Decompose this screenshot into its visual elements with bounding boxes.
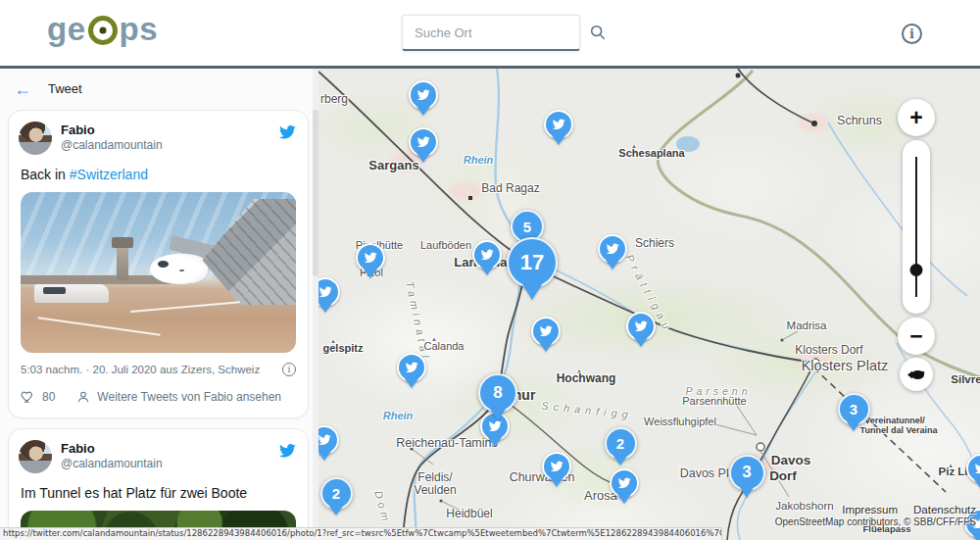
author-handle: @calandamountain: [61, 457, 268, 471]
tweet-text: Im Tunnel es hat Platz für zwei Boote: [21, 484, 296, 502]
zoom-out-button[interactable]: −: [898, 318, 935, 355]
tweet-map-pin[interactable]: [318, 277, 340, 313]
map-place-label: rberg: [320, 93, 348, 105]
station-dot: [736, 74, 741, 78]
search-icon[interactable]: [589, 24, 607, 41]
photo-airplane: [150, 254, 208, 284]
map-place-label: Laufböden: [420, 240, 471, 251]
twitter-bird-icon[interactable]: [276, 442, 298, 460]
zoom-slider[interactable]: [903, 140, 930, 314]
back-arrow-icon[interactable]: ←: [14, 80, 31, 98]
avatar[interactable]: [19, 440, 52, 473]
zoom-slider-knob[interactable]: [910, 264, 923, 276]
tweet-text: Back in #Switzerland: [21, 166, 296, 183]
tweet-map-pin[interactable]: [544, 110, 573, 145]
pin-tail: [522, 284, 542, 300]
scrollbar-thumb[interactable]: [313, 110, 318, 276]
impressum-link[interactable]: Impressum: [842, 504, 898, 515]
logo-text-post: ps: [120, 13, 159, 45]
app-root: geps i ← Tweet Fabio @calandamountain: [0, 0, 980, 540]
map-place-label: Madrisa: [787, 320, 827, 332]
pin-tail: [416, 153, 430, 163]
twitter-bird-icon: [551, 118, 566, 131]
tweet-meta: 5:03 nachm. · 20. Juli 2020 aus Zizers, …: [21, 363, 296, 376]
twitter-bird-icon: [549, 460, 564, 473]
person-icon: [76, 390, 90, 404]
info-button[interactable]: i: [902, 24, 922, 44]
pin-tail: [613, 456, 627, 466]
map-attribution: OpenStreetMap contributors, © SBB/CFF/FF…: [775, 516, 976, 527]
photo-engine: [179, 270, 184, 271]
tweet-map-pin[interactable]: [531, 317, 561, 352]
like-count: 80: [42, 390, 55, 404]
tweet-map-pin[interactable]: [966, 454, 980, 489]
tweet-author: Fabio @calandamountain: [61, 122, 268, 153]
twitter-bird-icon: [404, 361, 419, 374]
tweet-cluster-pin[interactable]: 2: [605, 427, 637, 466]
tweet-map-pin[interactable]: [397, 353, 426, 388]
tweet-cluster-pin[interactable]: 3: [729, 455, 765, 498]
map-place-label: Schesaplana: [618, 148, 684, 159]
map-place-label: Feldis/: [417, 471, 452, 483]
tweet-map-pin[interactable]: [598, 234, 627, 270]
twitter-bird-icon: [479, 248, 495, 262]
photo-lane-marking: [37, 317, 160, 336]
tweet-cluster-pin[interactable]: 8: [478, 373, 517, 420]
tweet-map-pin[interactable]: [610, 468, 639, 504]
avatar[interactable]: [19, 122, 52, 155]
tweet-cluster-pin[interactable]: 2: [320, 477, 353, 515]
twitter-bird-icon: [363, 251, 378, 265]
map-footer: Impressum Datenschutz OpenStreetMap cont…: [775, 504, 976, 527]
map-place-label: Parsennhütte: [682, 396, 746, 407]
tweet-card: Fabio @calandamountain Back in #Switzerl…: [8, 110, 309, 418]
tweet-map-pin[interactable]: [318, 425, 339, 461]
heart-icon[interactable]: [21, 389, 35, 404]
map-place-label: Klosters Dorf: [795, 344, 862, 356]
pin-tail: [606, 260, 619, 270]
station-bad-ragaz: [468, 196, 472, 200]
tweet-map-pin[interactable]: [409, 80, 438, 116]
zoom-in-button[interactable]: +: [898, 99, 935, 136]
twitter-bird-icon: [973, 462, 980, 475]
tweet-author: Fabio @calandamountain: [61, 440, 268, 471]
twitter-bird-icon: [616, 476, 632, 490]
pin-tail: [847, 421, 860, 431]
search-input[interactable]: [413, 25, 589, 41]
twitter-bird-icon: [416, 135, 431, 149]
twitter-bird-icon[interactable]: [276, 123, 298, 141]
logo-text-pre: ge: [47, 13, 86, 45]
more-tweets-link[interactable]: Weitere Tweets von Fabio ansehen: [97, 390, 281, 404]
tweet-photo-airport[interactable]: [21, 192, 296, 353]
datenschutz-link[interactable]: Datenschutz: [913, 504, 976, 515]
tweet-map-pin[interactable]: [409, 127, 438, 163]
photo-control-tower: [117, 242, 127, 280]
map-place-label: Schiers: [635, 237, 674, 249]
sidebar-scrollbar[interactable]: [313, 69, 318, 540]
tweet-map-pin[interactable]: [626, 312, 656, 347]
tweet-cluster-pin[interactable]: 17: [507, 237, 558, 300]
pin-tail: [405, 378, 418, 388]
map[interactable]: rbergSargansRheinBad Ragaz▲SchesaplanaSc…: [318, 69, 980, 540]
railway-schruns: [738, 69, 816, 124]
tweet-map-pin[interactable]: [356, 243, 385, 278]
tweet-info-icon[interactable]: i: [282, 363, 296, 376]
tweet-panel[interactable]: ← Tweet Fabio @calandamountain Back in #…: [0, 69, 318, 540]
pin-tail: [634, 337, 648, 347]
tweet-cluster-pin[interactable]: 3: [838, 393, 870, 431]
logo-o-icon: [88, 16, 118, 45]
animal-toggle-button[interactable]: [900, 358, 933, 391]
tweet-map-pin[interactable]: [542, 452, 571, 487]
pin-tail: [552, 135, 565, 145]
map-place-label: Klosters Platz: [802, 359, 889, 373]
map-place-label: Tunnel dal Veraina: [860, 426, 938, 435]
tweet-map-pin[interactable]: [472, 240, 502, 275]
cluster-count: 17: [507, 237, 558, 288]
photo-lane-marking: [131, 301, 241, 313]
cluster-count: 8: [478, 373, 517, 413]
author-name: Fabio: [61, 441, 268, 457]
map-place-label: Schruns: [837, 115, 882, 127]
panel-header: ← Tweet: [0, 69, 318, 109]
map-place-label: Rhein: [383, 411, 414, 421]
pin-tail: [480, 266, 494, 275]
hashtag-link[interactable]: #Switzerland: [70, 167, 148, 182]
